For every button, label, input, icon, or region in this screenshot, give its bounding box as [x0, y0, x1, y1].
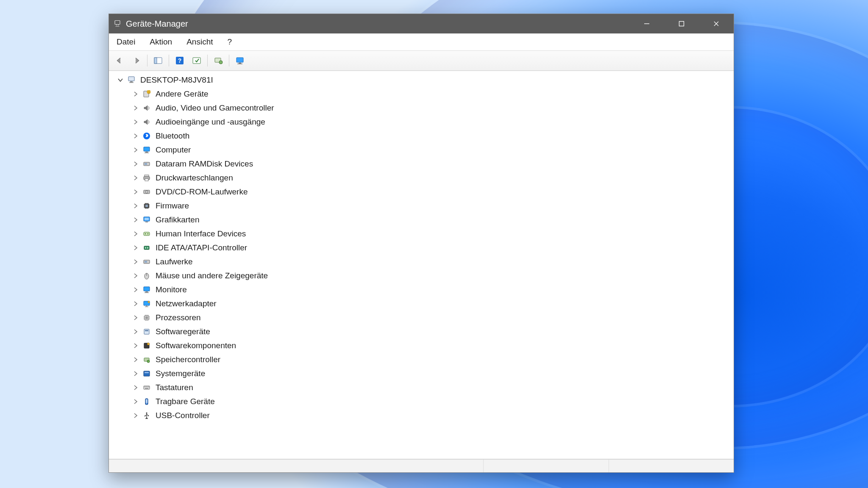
menu-file[interactable]: Datei	[113, 35, 139, 49]
show-hide-console-tree-button[interactable]	[151, 54, 165, 67]
expander-icon[interactable]	[132, 132, 139, 140]
software-device-icon	[142, 327, 151, 336]
tree-category-node[interactable]: Human Interface Devices	[112, 227, 730, 241]
tree-root-label: DESKTOP-M8JV81I	[140, 76, 218, 84]
expander-icon[interactable]	[117, 76, 124, 84]
tree-category-node[interactable]: Computer	[112, 143, 730, 157]
keyboard-icon	[142, 383, 151, 392]
expander-icon[interactable]	[132, 230, 139, 238]
device-tree[interactable]: DESKTOP-M8JV81IAndere GeräteAudio, Video…	[109, 71, 734, 459]
svg-rect-1	[679, 22, 684, 26]
svg-rect-0	[115, 21, 120, 25]
expander-icon[interactable]	[132, 258, 139, 266]
expander-icon[interactable]	[132, 328, 139, 336]
expander-icon[interactable]	[132, 286, 139, 294]
tree-category-label: Andere Geräte	[156, 90, 214, 98]
software-component-icon	[142, 341, 151, 350]
tree-category-node[interactable]: Bluetooth	[112, 129, 730, 143]
tree-category-node[interactable]: Tastaturen	[112, 380, 730, 394]
toolbar: ?	[109, 51, 734, 71]
tree-category-node[interactable]: Audio, Video und Gamecontroller	[112, 101, 730, 115]
tree-category-node[interactable]: Tragbare Geräte	[112, 394, 730, 408]
toolbar-separator	[147, 55, 147, 67]
expander-icon[interactable]	[132, 160, 139, 168]
app-icon	[113, 19, 122, 28]
system-device-icon	[142, 369, 151, 378]
tree-category-node[interactable]: Dataram RAMDisk Devices	[112, 157, 730, 171]
expander-icon[interactable]	[132, 146, 139, 154]
expander-icon[interactable]	[132, 384, 139, 391]
expander-icon[interactable]	[132, 244, 139, 252]
expander-icon[interactable]	[132, 202, 139, 210]
svg-rect-10	[239, 63, 241, 64]
tree-category-node[interactable]: Speichercontroller	[112, 352, 730, 366]
maximize-button[interactable]	[664, 14, 699, 33]
tree-category-node[interactable]: Prozessoren	[112, 311, 730, 324]
monitor-button[interactable]	[233, 54, 247, 67]
tree-category-label: Grafikkarten	[156, 216, 204, 224]
expander-icon[interactable]	[132, 90, 139, 98]
menu-bar: Datei Aktion Ansicht ?	[109, 33, 734, 51]
expander-icon[interactable]	[132, 272, 139, 280]
tree-category-node[interactable]: Druckwarteschlangen	[112, 171, 730, 185]
menu-help[interactable]: ?	[224, 35, 235, 49]
tree-category-label: IDE ATA/ATAPI-Controller	[156, 244, 252, 252]
tree-category-label: Druckwarteschlangen	[156, 174, 238, 182]
expander-icon[interactable]	[132, 342, 139, 349]
svg-text:?: ?	[178, 57, 182, 64]
minimize-button[interactable]	[629, 14, 664, 33]
help-button[interactable]: ?	[172, 54, 187, 67]
tree-category-node[interactable]: IDE ATA/ATAPI-Controller	[112, 241, 730, 255]
expander-icon[interactable]	[132, 314, 139, 322]
tree-category-node[interactable]: Laufwerke	[112, 255, 730, 269]
svg-rect-6	[193, 58, 200, 64]
status-bar	[109, 459, 734, 472]
expander-icon[interactable]	[132, 118, 139, 126]
title-bar[interactable]: Geräte-Manager	[109, 14, 734, 33]
tree-category-label: Speichercontroller	[156, 355, 225, 363]
svg-rect-9	[236, 58, 243, 62]
expander-icon[interactable]	[132, 188, 139, 196]
nav-forward-button[interactable]	[129, 54, 144, 67]
tree-category-node[interactable]: Softwarekomponenten	[112, 338, 730, 352]
expander-icon[interactable]	[132, 104, 139, 112]
monitor-icon	[142, 285, 151, 294]
tree-category-node[interactable]: DVD/CD-ROM-Laufwerke	[112, 185, 730, 199]
tree-root-node[interactable]: DESKTOP-M8JV81I	[112, 73, 730, 87]
action-button[interactable]	[189, 54, 204, 67]
tree-category-label: USB-Controller	[156, 411, 215, 419]
tree-category-node[interactable]: Mäuse und andere Zeigegeräte	[112, 269, 730, 283]
expander-icon[interactable]	[132, 174, 139, 182]
tree-category-node[interactable]: Andere Geräte	[112, 87, 730, 101]
expander-icon[interactable]	[132, 216, 139, 224]
tree-category-label: Human Interface Devices	[156, 230, 251, 238]
tree-category-node[interactable]: Firmware	[112, 199, 730, 213]
unknown-device-icon	[142, 89, 151, 99]
close-button[interactable]	[699, 14, 734, 33]
scan-hardware-button[interactable]	[211, 54, 225, 67]
tree-category-node[interactable]: Monitore	[112, 283, 730, 297]
toolbar-separator	[207, 55, 208, 67]
tree-category-node[interactable]: Netzwerkadapter	[112, 297, 730, 311]
nav-back-button[interactable]	[112, 54, 127, 67]
computer-icon	[127, 75, 136, 85]
expander-icon[interactable]	[132, 398, 139, 405]
printer-icon	[142, 173, 151, 183]
toolbar-separator	[169, 55, 169, 67]
tree-category-node[interactable]: Softwaregeräte	[112, 324, 730, 338]
expander-icon[interactable]	[132, 356, 139, 363]
tree-category-node[interactable]: Grafikkarten	[112, 213, 730, 227]
tree-category-label: Prozessoren	[156, 313, 206, 322]
tree-category-node[interactable]: Audioeingänge und -ausgänge	[112, 115, 730, 129]
tree-category-node[interactable]: Systemgeräte	[112, 366, 730, 380]
menu-view[interactable]: Ansicht	[183, 35, 216, 49]
svg-rect-3	[154, 58, 157, 64]
expander-icon[interactable]	[132, 412, 139, 419]
expander-icon[interactable]	[132, 370, 139, 377]
expander-icon[interactable]	[132, 300, 139, 308]
network-icon	[142, 299, 151, 308]
menu-action[interactable]: Aktion	[146, 35, 175, 49]
hid-icon	[142, 229, 151, 238]
bluetooth-icon	[142, 131, 151, 141]
tree-category-node[interactable]: USB-Controller	[112, 408, 730, 422]
